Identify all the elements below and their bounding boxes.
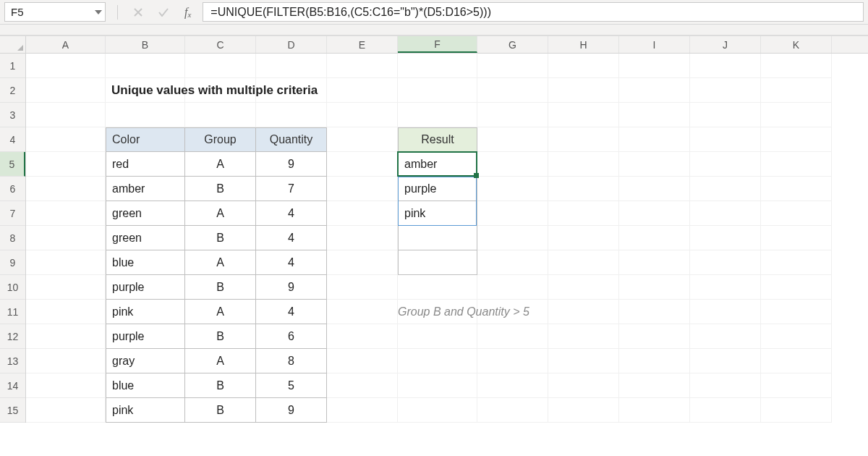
cell[interactable] xyxy=(477,127,548,152)
cell[interactable] xyxy=(690,54,761,78)
cell[interactable] xyxy=(26,177,106,201)
cell[interactable] xyxy=(548,250,619,275)
cell[interactable] xyxy=(398,103,477,127)
table-row[interactable]: amber xyxy=(106,177,185,201)
table-row[interactable]: pink xyxy=(106,398,185,423)
col-header-H[interactable]: H xyxy=(548,36,619,53)
enter-icon[interactable] xyxy=(158,8,169,17)
cell[interactable] xyxy=(185,103,256,127)
cell[interactable] xyxy=(761,275,832,300)
cell[interactable] xyxy=(185,54,256,78)
cell[interactable] xyxy=(477,54,548,78)
row-header-8[interactable]: 8 xyxy=(0,226,25,250)
cell[interactable] xyxy=(327,398,398,423)
row-header-11[interactable]: 11 xyxy=(0,300,25,324)
cell[interactable] xyxy=(477,152,548,177)
cell[interactable] xyxy=(761,398,832,423)
cell[interactable] xyxy=(690,324,761,349)
cell[interactable] xyxy=(477,78,548,103)
table-row[interactable]: 9 xyxy=(256,398,327,423)
row-header-9[interactable]: 9 xyxy=(0,250,25,275)
cell[interactable] xyxy=(690,398,761,423)
cell[interactable] xyxy=(761,127,832,152)
cell[interactable] xyxy=(548,300,619,324)
result-cell[interactable] xyxy=(398,226,477,250)
cell[interactable] xyxy=(619,349,690,373)
table-row[interactable]: purple xyxy=(106,275,185,300)
cell[interactable] xyxy=(548,201,619,226)
cell[interactable] xyxy=(327,300,398,324)
table-row[interactable]: gray xyxy=(106,349,185,373)
row-header-5[interactable]: 5 xyxy=(0,152,25,177)
table-row[interactable]: blue xyxy=(106,250,185,275)
cell[interactable] xyxy=(690,226,761,250)
cell[interactable] xyxy=(548,127,619,152)
table-row[interactable]: B xyxy=(185,177,256,201)
row-header-10[interactable]: 10 xyxy=(0,275,25,300)
cell[interactable] xyxy=(477,201,548,226)
row-header-12[interactable]: 12 xyxy=(0,324,25,349)
cell[interactable] xyxy=(548,177,619,201)
cell[interactable] xyxy=(690,177,761,201)
table-row[interactable]: 4 xyxy=(256,300,327,324)
row-header-15[interactable]: 15 xyxy=(0,398,25,423)
cell[interactable] xyxy=(327,373,398,398)
cell[interactable] xyxy=(761,226,832,250)
cell[interactable] xyxy=(619,103,690,127)
cell[interactable] xyxy=(106,103,185,127)
table-row[interactable]: B xyxy=(185,373,256,398)
row-header-13[interactable]: 13 xyxy=(0,349,25,373)
cell[interactable] xyxy=(690,78,761,103)
table-row[interactable]: 5 xyxy=(256,373,327,398)
result-cell[interactable]: purple xyxy=(398,177,477,201)
cell[interactable] xyxy=(761,300,832,324)
cell[interactable] xyxy=(548,226,619,250)
cell[interactable] xyxy=(26,373,106,398)
cell[interactable] xyxy=(327,275,398,300)
table-row[interactable]: B xyxy=(185,226,256,250)
table-row[interactable]: red xyxy=(106,152,185,177)
cell[interactable] xyxy=(690,152,761,177)
cell[interactable] xyxy=(619,275,690,300)
cell[interactable] xyxy=(26,54,106,78)
cell[interactable] xyxy=(256,54,327,78)
table-row[interactable]: 8 xyxy=(256,349,327,373)
cell[interactable] xyxy=(761,324,832,349)
table-row[interactable]: A xyxy=(185,201,256,226)
cell[interactable] xyxy=(761,103,832,127)
table-row[interactable]: green xyxy=(106,226,185,250)
col-header-J[interactable]: J xyxy=(690,36,761,53)
cell[interactable] xyxy=(26,152,106,177)
result-header[interactable]: Result xyxy=(398,127,477,152)
cell[interactable] xyxy=(327,349,398,373)
cell[interactable] xyxy=(761,250,832,275)
cell[interactable] xyxy=(398,373,477,398)
cell[interactable] xyxy=(398,78,477,103)
cell[interactable] xyxy=(761,78,832,103)
select-all-corner[interactable] xyxy=(0,36,26,53)
cell[interactable] xyxy=(477,373,548,398)
cell[interactable] xyxy=(761,152,832,177)
table-row[interactable]: 4 xyxy=(256,201,327,226)
name-box[interactable]: F5 xyxy=(4,2,106,22)
cell[interactable] xyxy=(548,103,619,127)
cell[interactable] xyxy=(548,275,619,300)
cell[interactable] xyxy=(26,250,106,275)
cell[interactable] xyxy=(327,226,398,250)
col-header-B[interactable]: B xyxy=(106,36,185,53)
cell[interactable] xyxy=(477,349,548,373)
cell[interactable] xyxy=(106,54,185,78)
cell[interactable] xyxy=(690,275,761,300)
result-cell[interactable]: amber xyxy=(398,152,477,177)
table-row[interactable]: green xyxy=(106,201,185,226)
cell[interactable] xyxy=(619,152,690,177)
cell[interactable] xyxy=(690,201,761,226)
cell[interactable] xyxy=(548,398,619,423)
cell[interactable] xyxy=(398,398,477,423)
cell-note[interactable]: Group B and Quantity > 5 xyxy=(398,300,477,324)
cell[interactable] xyxy=(398,275,477,300)
cell-title[interactable]: Unique values with multiple criteria xyxy=(106,78,185,103)
cell[interactable] xyxy=(619,300,690,324)
table-header-color[interactable]: Color xyxy=(106,127,185,152)
cell[interactable] xyxy=(761,373,832,398)
